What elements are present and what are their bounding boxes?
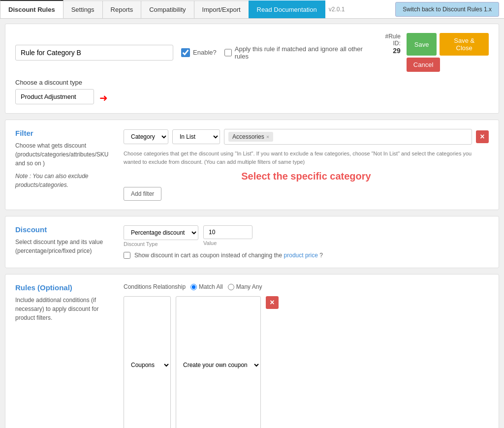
rules-card: Rules (Optional) Include additional cond… — [5, 274, 499, 428]
coupon-select-col: Create your own coupon WooCommerce Coupo… — [176, 296, 261, 428]
product-price-link[interactable]: product price — [284, 252, 318, 259]
show-as-coupon-checkbox[interactable] — [124, 252, 130, 259]
top-navigation: Discount Rules Settings Reports Compatib… — [0, 0, 504, 19]
rule-name-row: Enable? Apply this rule if matched and i… — [15, 33, 489, 72]
add-filter-button[interactable]: Add filter — [124, 187, 161, 201]
discount-type-dropdown[interactable]: Percentage discount Price discount Fixed… — [124, 225, 198, 240]
discount-layout: Discount Select discount type and its va… — [15, 225, 489, 259]
filter-condition-select[interactable]: In List Not In List — [172, 129, 220, 144]
tab-import-export[interactable]: Import/Export — [194, 0, 249, 18]
rule-name-card: Enable? Apply this rule if matched and i… — [5, 24, 499, 114]
rules-layout: Rules (Optional) Include additional cond… — [15, 283, 489, 428]
filter-left-col: Filter Choose what gets discount (produc… — [15, 129, 114, 201]
filter-type-select[interactable]: Category Product Attribute SKU — [124, 129, 168, 144]
discount-value-input[interactable] — [203, 225, 252, 239]
discount-right-col: Percentage discount Price discount Fixed… — [124, 225, 489, 259]
tab-read-documentation[interactable]: Read Documentation — [249, 0, 325, 18]
filter-card: Filter Choose what gets discount (produc… — [5, 120, 499, 210]
discount-type-col: Percentage discount Price discount Fixed… — [124, 225, 198, 247]
tab-settings[interactable]: Settings — [63, 0, 103, 18]
enable-label: Enable? — [181, 48, 217, 57]
condition-type-col: Coupons User Role Date Time Condition Ty… — [124, 296, 171, 428]
rules-right-col: Conditions Relationship Match All Many A… — [124, 283, 489, 428]
rules-left-col: Rules (Optional) Include additional cond… — [15, 283, 114, 428]
red-arrow-icon: ➜ — [99, 92, 108, 104]
tab-reports[interactable]: Reports — [102, 0, 142, 18]
coupon-checkbox-row: Show discount in cart as coupon instead … — [124, 252, 489, 259]
coupon-select-dropdown[interactable]: Create your own coupon WooCommerce Coupo… — [176, 296, 261, 428]
tab-compatibility[interactable]: Compatibility — [141, 0, 194, 18]
filter-row: Category Product Attribute SKU In List N… — [124, 129, 489, 145]
tag-remove-icon[interactable]: × — [266, 134, 269, 140]
condition-row-wrap: Coupons User Role Date Time Condition Ty… — [124, 296, 489, 428]
discount-row: Percentage discount Price discount Fixed… — [124, 225, 489, 247]
condition-type-select[interactable]: Coupons User Role Date Time — [124, 296, 171, 428]
conditions-relationship: Conditions Relationship Match All Many A… — [124, 283, 489, 290]
apply-rule-label: Apply this rule if matched and ignore al… — [224, 45, 370, 60]
discount-left-col: Discount Select discount type and its va… — [15, 225, 114, 259]
discount-card: Discount Select discount type and its va… — [5, 216, 499, 268]
enable-checkbox[interactable] — [181, 48, 190, 57]
save-button[interactable]: Save — [407, 33, 437, 56]
filter-layout: Filter Choose what gets discount (produc… — [15, 129, 489, 201]
tab-discount-rules[interactable]: Discount Rules — [0, 0, 63, 18]
discount-type-wrapper: Product Adjustment Cart Discount Bulk Di… — [15, 89, 94, 104]
discount-type-select[interactable]: Product Adjustment Cart Discount Bulk Di… — [15, 89, 94, 104]
match-all-radio[interactable]: Match All — [190, 283, 223, 290]
discount-value-col: Value — [203, 225, 252, 246]
many-any-radio[interactable]: Many Any — [228, 283, 262, 290]
cancel-button[interactable]: Cancel — [407, 58, 440, 72]
rule-id-block: #Rule ID: 29 — [378, 33, 401, 55]
version-label: v2.0.1 — [325, 1, 349, 18]
apply-rule-checkbox[interactable] — [224, 49, 232, 57]
rule-name-input[interactable] — [15, 45, 173, 61]
action-buttons: Save Save & Close Cancel — [407, 33, 489, 72]
switch-back-button[interactable]: Switch back to Discount Rules 1.x — [395, 2, 499, 17]
discount-type-section: Choose a discount type Product Adjustmen… — [15, 79, 489, 104]
save-close-button[interactable]: Save & Close — [440, 33, 489, 56]
filter-right-col: Category Product Attribute SKU In List N… — [124, 129, 489, 201]
filter-tag-input[interactable]: Accessories × — [224, 129, 472, 145]
main-content: Enable? Apply this rule if matched and i… — [0, 19, 504, 428]
remove-condition-button[interactable]: × — [266, 296, 279, 309]
remove-filter-button[interactable]: × — [476, 130, 489, 143]
filter-tag-accessories: Accessories × — [228, 132, 273, 142]
